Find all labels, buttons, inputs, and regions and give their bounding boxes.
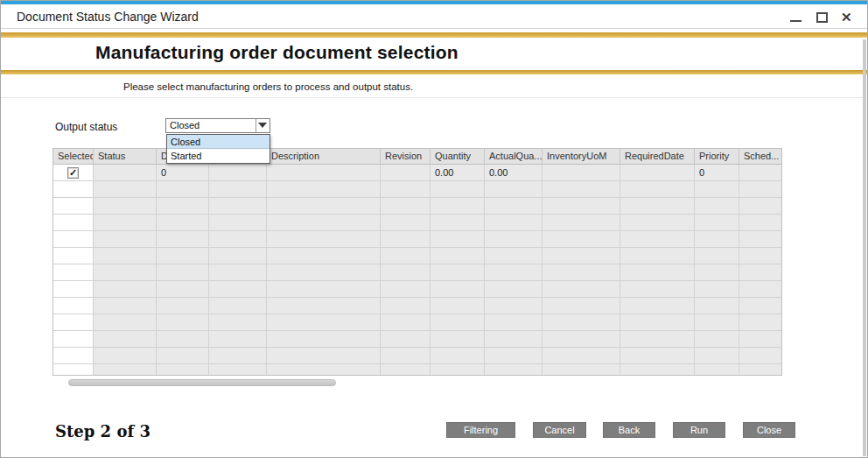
run-button[interactable]: Run [673, 422, 725, 438]
table-cell [381, 264, 430, 281]
column-header-status[interactable]: Status [94, 149, 157, 165]
column-header-selected[interactable]: Selected [53, 149, 94, 165]
table-row [53, 248, 781, 264]
gold-accent-bar-bottom [1, 70, 867, 74]
column-header-requireddate[interactable]: RequiredDate [620, 149, 695, 165]
section-divider [1, 97, 864, 98]
table-cell [739, 248, 782, 264]
table-cell [695, 314, 739, 331]
table-cell [695, 264, 739, 281]
table-cell [739, 331, 782, 348]
table-cell [485, 364, 542, 376]
table-cell [485, 215, 542, 231]
selected-cell [53, 248, 94, 264]
table-cell [381, 181, 430, 198]
table-cell [695, 181, 739, 198]
table-cell [620, 248, 695, 264]
table-cell [209, 314, 267, 331]
table-cell [267, 198, 381, 215]
table-cell [209, 231, 267, 248]
table-cell [620, 314, 695, 331]
dropdown-option-started[interactable]: Started [167, 149, 270, 163]
table-cell [542, 364, 620, 376]
table-cell: 0.00 [430, 165, 485, 181]
table-cell [430, 181, 485, 198]
table-cell [485, 331, 542, 348]
table-cell [430, 264, 485, 281]
table-cell [209, 281, 267, 298]
table-cell [485, 231, 542, 248]
table-row [53, 298, 781, 314]
close-button[interactable]: ✕ [839, 10, 855, 25]
table-cell [620, 215, 695, 231]
output-status-listbox[interactable]: ClosedStarted [166, 134, 270, 164]
table-cell [267, 248, 381, 264]
close-icon: ✕ [841, 10, 852, 25]
table-cell [94, 231, 157, 248]
table-cell [739, 281, 782, 298]
output-status-combobox[interactable]: Closed [165, 118, 270, 133]
column-header-quantity[interactable]: Quantity [430, 149, 485, 165]
column-header-inventoryuom[interactable]: InventoryUoM [542, 149, 620, 165]
table-header-row: SelectedStatusDDescriptionRevisionQuanti… [53, 149, 781, 165]
table-cell [542, 231, 620, 248]
table-cell [94, 314, 157, 331]
selected-cell [53, 331, 94, 348]
table-cell [430, 364, 485, 376]
dropdown-option-closed[interactable]: Closed [167, 135, 270, 149]
step-indicator: Step 2 of 3 [55, 422, 150, 440]
table-cell: 0.00 [485, 165, 542, 181]
row-select-checkbox[interactable]: ✓ [67, 167, 79, 179]
table-row [53, 281, 781, 298]
column-header-description[interactable]: Description [267, 149, 381, 165]
selected-cell: ✓ [53, 165, 94, 181]
minimize-button[interactable] [788, 10, 804, 25]
combobox-value: Closed [170, 120, 200, 130]
titlebar[interactable]: Document Status Change Wizard ✕ [1, 4, 867, 29]
selected-cell [53, 231, 94, 248]
table-cell [381, 314, 430, 331]
column-header-sched[interactable]: Sched... [739, 149, 782, 165]
column-header-actualqua[interactable]: ActualQua... [485, 149, 542, 165]
table-cell [209, 248, 267, 264]
combobox-arrow-button[interactable] [256, 119, 270, 132]
table-cell [430, 231, 485, 248]
table-cell [267, 314, 381, 331]
wizard-window: Document Status Change Wizard ✕ Manufact… [0, 0, 868, 458]
close-wizard-button[interactable]: Close [743, 422, 795, 438]
table-cell [620, 331, 695, 348]
table-cell [485, 314, 542, 331]
table-cell [430, 314, 485, 331]
table-row [53, 231, 781, 248]
table-cell [157, 364, 209, 376]
page-subtitle: Please select manufacturing orders to pr… [123, 81, 413, 92]
table-cell [620, 281, 695, 298]
table-body: ✓00.000.000 [53, 165, 781, 376]
table-cell [267, 215, 381, 231]
table-cell [542, 248, 620, 264]
table-cell [430, 331, 485, 348]
table-row [53, 181, 781, 198]
table-cell [94, 364, 157, 376]
selected-cell [53, 364, 94, 376]
table-cell [695, 198, 739, 215]
table-cell [209, 364, 267, 376]
maximize-button[interactable] [815, 10, 830, 25]
horizontal-scrollbar-thumb[interactable] [68, 379, 336, 386]
column-header-priority[interactable]: Priority [695, 149, 739, 165]
filtering-button[interactable]: Filtering [446, 422, 515, 438]
table-cell [620, 348, 695, 364]
table-cell [94, 264, 157, 281]
column-header-revision[interactable]: Revision [381, 149, 430, 165]
table-cell [739, 364, 782, 376]
table-cell [485, 248, 542, 264]
back-button[interactable]: Back [603, 422, 655, 438]
window-title: Document Status Change Wizard [17, 10, 199, 24]
table-cell [381, 248, 430, 264]
table-cell [620, 264, 695, 281]
cancel-button[interactable]: Cancel [533, 422, 586, 438]
table-cell [739, 231, 782, 248]
table-cell [157, 215, 209, 231]
table-cell [485, 264, 542, 281]
table-cell [739, 165, 782, 181]
